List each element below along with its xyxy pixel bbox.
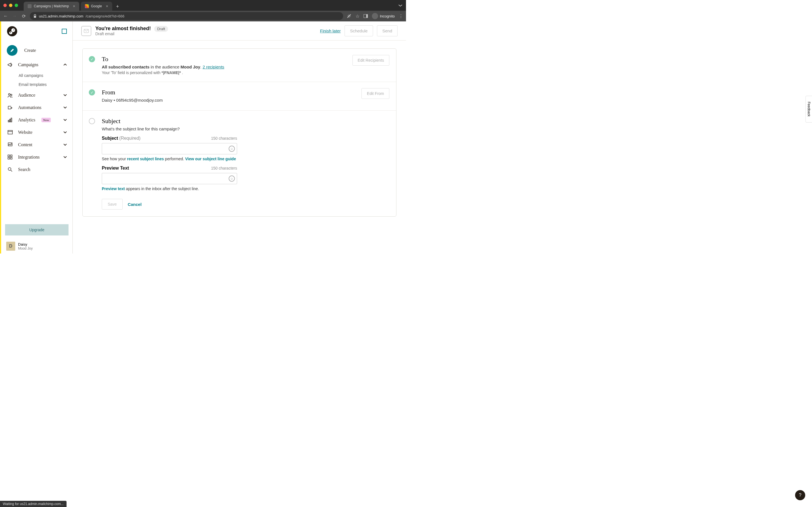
main-content: You're almost finished! Draft Draft emai… [73,21,406,253]
sidebar-sub-email-templates[interactable]: Email templates [18,80,72,89]
tab-title: Google [91,4,102,8]
preview-help-rest: appears in the inbox after the subject l… [125,186,199,191]
eye-off-icon[interactable] [347,13,352,18]
edit-from-button[interactable]: Edit From [361,88,389,99]
cancel-link[interactable]: Cancel [128,202,142,207]
chevron-down-icon [63,94,67,96]
svg-rect-19 [10,155,12,157]
chevron-down-icon [63,131,67,133]
forward-button: → [12,13,17,18]
tab-strip: Campaigns | Mailchimp × Google × + [24,0,121,11]
subject-question: What's the subject line for this campaig… [102,126,388,131]
preview-char-count: 150 characters [211,166,237,170]
new-tab-button[interactable]: + [114,3,121,11]
chevron-down-icon [63,156,67,158]
preview-text-label: Preview Text [102,166,129,171]
check-complete-icon: ✓ [89,56,95,62]
svg-rect-14 [11,118,12,122]
save-button[interactable]: Save [102,199,123,210]
mailchimp-favicon-icon [28,4,32,8]
sidebar-item-analytics[interactable]: Analytics New [1,114,72,126]
finish-later-link[interactable]: Finish later [320,29,341,33]
svg-rect-0 [34,16,36,18]
chevron-down-icon [63,144,67,146]
close-tab-icon[interactable]: × [73,4,75,8]
required-label: (Required) [119,136,141,141]
to-merge-token: *|FNAME|* [161,70,181,75]
sidebar-item-automations[interactable]: Automations [1,101,72,114]
from-value: Daisy • 06f94c95@moodjoy.com [102,98,388,103]
incognito-label: Incognito [380,14,395,18]
browser-tab-bar: Campaigns | Mailchimp × Google × + [0,0,406,11]
sidebar-item-campaigns[interactable]: Campaigns [1,59,72,71]
sidebar-label: Campaigns [18,62,38,67]
search-icon [7,166,13,173]
section-title: Subject [102,117,388,125]
svg-rect-4 [366,14,368,18]
kebab-menu-icon[interactable]: ⋮ [399,13,403,19]
sidebar-item-audience[interactable]: Audience [1,89,72,101]
help-middle: performed. [164,157,185,161]
panel-icon[interactable] [363,14,368,18]
incognito-badge[interactable]: Incognito [372,13,395,19]
svg-line-23 [11,170,12,172]
sidebar-label: Analytics [18,117,35,122]
to-audience-name: Mood Joy [181,64,200,69]
sidebar-item-search[interactable]: Search [1,163,72,176]
user-menu[interactable]: D Daisy Mood Joy [1,239,72,253]
schedule-button[interactable]: Schedule [345,25,373,36]
campaign-card: ✓ To All subscribed contacts in the audi… [82,48,396,217]
sidebar-item-website[interactable]: Website [1,126,72,138]
svg-rect-15 [8,130,12,134]
new-badge: New [42,118,51,122]
close-tab-icon[interactable]: × [106,4,108,8]
svg-rect-20 [8,158,10,159]
recent-subject-lines-link[interactable]: recent subject lines [127,157,164,161]
svg-rect-13 [10,119,10,122]
draft-email-icon [81,26,91,36]
emoji-picker-icon[interactable]: ☺ [229,146,235,152]
to-note-prefix: Your 'To' field is personalized with [102,70,161,75]
svg-point-9 [10,32,11,33]
svg-rect-17 [8,143,12,146]
preview-text-input[interactable] [102,173,237,184]
svg-rect-21 [10,158,12,159]
upgrade-button[interactable]: Upgrade [5,224,68,235]
url-domain: us21.admin.mailchimp.com [39,14,84,18]
close-window-icon[interactable] [3,4,7,7]
svg-point-6 [11,29,15,32]
minimize-window-icon[interactable] [9,4,12,7]
sidebar-label: Search [18,167,31,172]
section-title: To [102,55,388,63]
subject-input[interactable] [102,143,237,154]
svg-point-7 [13,30,14,31]
mailchimp-logo-icon[interactable] [7,26,17,37]
maximize-window-icon[interactable] [15,4,18,7]
content-icon [7,142,13,148]
megaphone-icon [7,61,13,68]
sidebar-item-create[interactable]: Create [1,42,72,59]
user-info: Daisy Mood Joy [18,242,33,250]
bookmark-star-icon[interactable]: ☆ [356,13,359,19]
chevron-down-icon [63,107,67,109]
chrome-overflow-icon[interactable] [398,4,403,7]
send-button[interactable]: Send [377,25,398,36]
sidebar-label: Automations [18,105,42,110]
address-bar[interactable]: us21.admin.mailchimp.com/campaigns/edit?… [30,12,343,20]
tab-mailchimp[interactable]: Campaigns | Mailchimp × [24,2,79,11]
back-button[interactable]: ← [3,13,8,18]
recipients-link[interactable]: 2 recipients [203,64,224,69]
subject-char-count: 150 characters [211,136,237,140]
sidebar-item-integrations[interactable]: Integrations [1,151,72,163]
reload-button[interactable]: ⟳ [21,13,27,19]
emoji-picker-icon[interactable]: ☺ [229,175,235,182]
url-path: /campaigns/edit?id=666 [86,14,124,18]
tab-google[interactable]: Google × [81,2,112,11]
sidebar-item-content[interactable]: Content [1,138,72,151]
subject-line-guide-link[interactable]: View our subject line guide [185,157,236,161]
pencil-icon [7,45,17,56]
collapse-sidebar-icon[interactable] [62,29,67,34]
edit-recipients-button[interactable]: Edit Recipients [352,55,389,66]
preview-text-link[interactable]: Preview text [102,186,125,191]
sidebar-sub-all-campaigns[interactable]: All campaigns [18,71,72,80]
